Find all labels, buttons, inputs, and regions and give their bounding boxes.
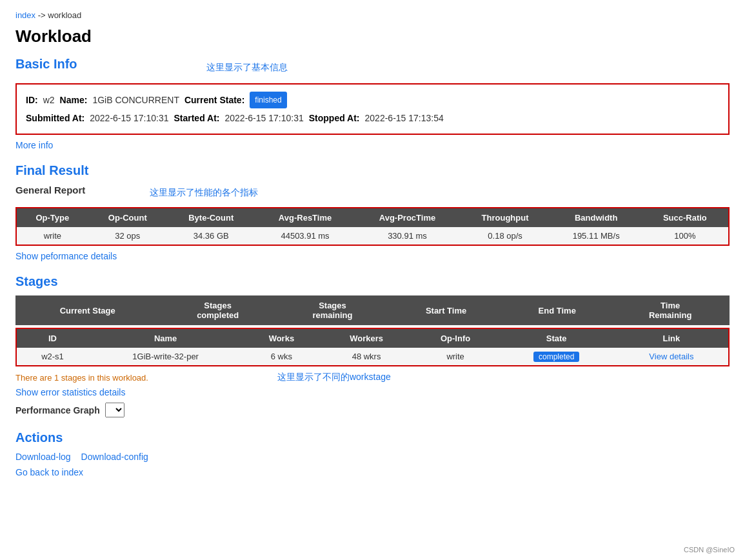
state-badge: completed: [533, 352, 579, 362]
show-error-statistics-link[interactable]: Show error statistics details: [15, 387, 125, 397]
table-cell: write: [413, 348, 499, 365]
col-stage-name: Name: [88, 329, 243, 348]
submitted-at-value: 2022-6-15 17:10:31: [90, 109, 168, 127]
table-cell: 6 wks: [243, 348, 320, 365]
col-stage-id: ID: [17, 329, 88, 348]
stages-title: Stages: [15, 274, 730, 289]
stages-outer-table: Current Stage Stagescompleted Stagesrema…: [15, 295, 730, 325]
col-succ-ratio: Succ-Ratio: [642, 208, 729, 227]
col-stage-op-info: Op-Info: [413, 329, 499, 348]
download-config-link[interactable]: Download-config: [81, 452, 148, 462]
view-details-link[interactable]: View details: [649, 352, 693, 361]
name-value: 1GiB CONCURRENT: [92, 91, 179, 109]
final-result-section: Final Result General Report 这里显示了性能的各个指标…: [15, 163, 730, 261]
perf-graph-select[interactable]: [105, 403, 124, 417]
col-end-time: End Time: [503, 295, 611, 325]
col-byte-count: Byte-Count: [167, 208, 255, 227]
col-stage-state: State: [498, 329, 614, 348]
col-bandwidth: Bandwidth: [551, 208, 642, 227]
col-op-type: Op-Type: [16, 208, 88, 227]
stages-outer-header-row: Current Stage Stagescompleted Stagesrema…: [15, 295, 730, 325]
col-op-count: Op-Count: [88, 208, 167, 227]
general-report-label: General Report: [15, 185, 85, 195]
col-start-time: Start Time: [389, 295, 503, 325]
started-at-value: 2022-6-15 17:10:31: [225, 109, 304, 127]
col-stages-completed: Stagescompleted: [159, 295, 276, 325]
perf-graph-row: Performance Graph: [15, 403, 730, 417]
stopped-at-label: Stopped At:: [309, 109, 360, 127]
basic-info-chinese-note: 这里显示了基本信息: [206, 62, 288, 74]
actions-links-row: Download-log Download-config: [15, 452, 730, 462]
table-cell: w2-s1: [17, 348, 88, 365]
col-avg-restime: Avg-ResTime: [255, 208, 355, 227]
table-row: write32 ops34.36 GB44503.91 ms330.91 ms0…: [16, 227, 729, 245]
stages-chinese-note: 这里显示了不同的workstage: [277, 372, 391, 383]
table-cell: 330.91 ms: [355, 227, 459, 245]
stage-state-cell: completed: [498, 348, 614, 365]
breadcrumb-current: workload: [48, 10, 81, 20]
col-stages-remaining: Stagesremaining: [276, 295, 389, 325]
table-cell: 32 ops: [88, 227, 167, 245]
col-current-stage: Current Stage: [15, 295, 159, 325]
show-performance-details-link[interactable]: Show peformance details: [15, 251, 117, 261]
perf-table-header-row: Op-Type Op-Count Byte-Count Avg-ResTime …: [16, 208, 729, 227]
col-stage-link: Link: [615, 329, 728, 348]
page-title: Workload: [15, 26, 730, 46]
table-cell: 44503.91 ms: [255, 227, 355, 245]
breadcrumb: index -> workload: [15, 10, 730, 20]
basic-info-row-1: ID: w2 Name: 1GiB CONCURRENT Current Sta…: [26, 91, 719, 109]
basic-info-section: Basic Info 这里显示了基本信息 ID: w2 Name: 1GiB C…: [15, 57, 730, 150]
id-value: w2: [43, 91, 55, 109]
id-label: ID:: [26, 91, 38, 109]
table-row: w2-s11GiB-write-32-per6 wks48 wkrswritec…: [17, 348, 728, 365]
more-info-link[interactable]: More info: [15, 140, 53, 150]
stages-warning-text: There are 1 stages in this workload.: [15, 373, 148, 383]
table-cell: 100%: [642, 227, 729, 245]
table-cell: 195.11 MB/s: [551, 227, 642, 245]
col-avg-proctime: Avg-ProcTime: [355, 208, 459, 227]
col-stage-works: Works: [243, 329, 320, 348]
current-state-label: Current State:: [184, 91, 244, 109]
basic-info-row-2: Submitted At: 2022-6-15 17:10:31 Started…: [26, 109, 719, 127]
stages-inner-box: ID Name Works Workers Op-Info State Link…: [15, 328, 730, 366]
stages-note-row: There are 1 stages in this workload. 这里显…: [15, 372, 730, 383]
stopped-at-value: 2022-6-15 17:13:54: [365, 109, 444, 127]
submitted-at-label: Submitted At:: [26, 109, 84, 127]
table-cell: 1GiB-write-32-per: [88, 348, 243, 365]
stages-inner-table: ID Name Works Workers Op-Info State Link…: [17, 329, 728, 365]
started-at-label: Started At:: [174, 109, 219, 127]
table-cell: write: [16, 227, 88, 245]
breadcrumb-index-link[interactable]: index: [15, 10, 35, 20]
final-result-title: Final Result: [15, 163, 730, 178]
stages-section: Stages Current Stage Stagescompleted Sta…: [15, 274, 730, 417]
performance-table: Op-Type Op-Count Byte-Count Avg-ResTime …: [15, 207, 730, 246]
basic-info-box: ID: w2 Name: 1GiB CONCURRENT Current Sta…: [15, 83, 730, 135]
go-back-link[interactable]: Go back to index: [15, 467, 83, 477]
stage-link-cell: View details: [615, 348, 728, 365]
table-cell: 48 wkrs: [320, 348, 412, 365]
perf-graph-label: Performance Graph: [15, 405, 100, 415]
name-label: Name:: [60, 91, 88, 109]
col-stage-workers: Workers: [320, 329, 412, 348]
general-report-chinese-note: 这里显示了性能的各个指标: [150, 187, 258, 199]
actions-title: Actions: [15, 430, 730, 445]
breadcrumb-arrow: ->: [38, 10, 46, 20]
col-throughput: Throughput: [460, 208, 551, 227]
stages-inner-header-row: ID Name Works Workers Op-Info State Link: [17, 329, 728, 348]
table-cell: 34.36 GB: [167, 227, 255, 245]
current-state-badge: finished: [250, 92, 286, 108]
col-time-remaining: TimeRemaining: [611, 295, 730, 325]
table-cell: 0.18 op/s: [460, 227, 551, 245]
basic-info-title: Basic Info: [15, 57, 77, 72]
actions-section: Actions Download-log Download-config Go …: [15, 430, 730, 477]
download-log-link[interactable]: Download-log: [15, 452, 71, 462]
